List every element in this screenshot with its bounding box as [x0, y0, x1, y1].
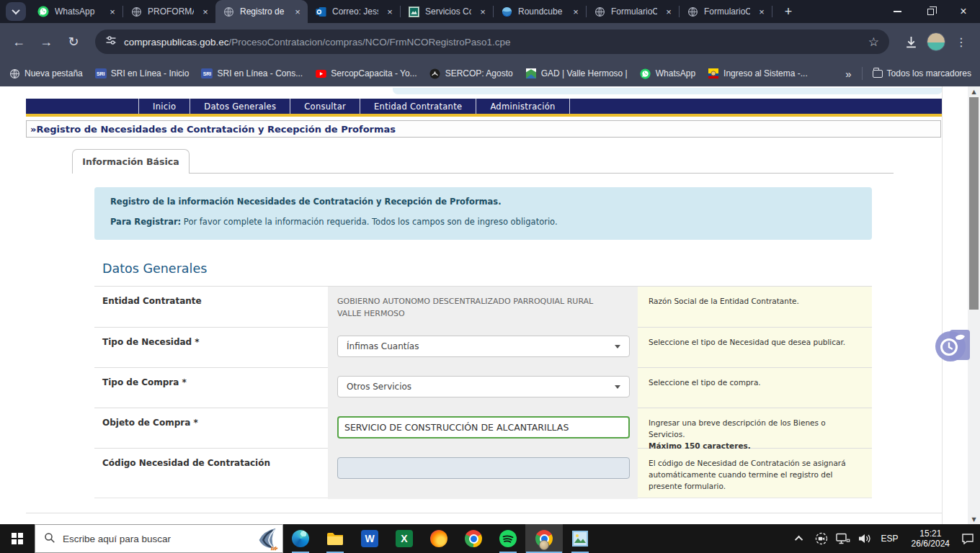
forward-button[interactable]: → — [35, 30, 58, 53]
close-icon[interactable]: × — [292, 6, 303, 17]
taskbar-photos[interactable] — [563, 524, 597, 553]
bookmark-ingreso-sistema[interactable]: Ingreso al Sistema -... — [708, 68, 808, 79]
network-button[interactable] — [835, 529, 851, 548]
photos-icon — [572, 531, 588, 547]
taskbar-edge[interactable] — [283, 524, 318, 553]
spotify-icon — [499, 530, 517, 547]
field-help: Seleccione el tipo de Necesidad que dese… — [638, 328, 872, 367]
taskbar-spotify[interactable] — [491, 524, 525, 553]
new-tab-button[interactable]: + — [778, 1, 798, 22]
tab-proforma[interactable]: PROFORMA × — [123, 0, 215, 23]
selected-option: Otros Servicios — [347, 382, 411, 392]
hidden-icons-button[interactable] — [792, 529, 808, 548]
downloads-button[interactable] — [899, 30, 922, 53]
bookmark-sercop-agosto[interactable]: SERCOP: Agosto — [429, 68, 513, 79]
taskbar-excel[interactable]: X — [387, 524, 422, 553]
tab-whatsapp[interactable]: WhatsApp × — [30, 0, 122, 23]
bookmark-gad-valle-hermoso[interactable]: GAD | Valle Hermoso | — [525, 68, 628, 79]
taskbar-clock[interactable]: 15:21 26/6/2024 — [907, 529, 954, 549]
tab-formulario-1[interactable]: FormularioC × — [587, 0, 679, 23]
bookmark-label: SRI en Línea - Inicio — [111, 68, 190, 78]
volume-button[interactable] — [857, 529, 873, 548]
taskbar-word[interactable]: W — [352, 524, 387, 553]
browser-toolbar: ← → ↻ compraspublicas.gob.ec/ProcesoCont… — [0, 23, 980, 60]
meet-now-button[interactable] — [814, 529, 829, 548]
taskbar-file-explorer[interactable] — [318, 524, 352, 553]
close-icon[interactable]: × — [477, 6, 489, 17]
menu-item-consultar[interactable]: Consultar — [290, 99, 360, 114]
close-icon[interactable]: × — [663, 6, 674, 17]
minimize-button[interactable] — [881, 0, 914, 23]
site-settings-icon[interactable] — [105, 35, 117, 49]
info-message-box: Registro de la información Necesidades d… — [94, 187, 872, 240]
info-line-2: Para Registrar: Por favor complete la in… — [110, 217, 872, 228]
divider — [862, 67, 863, 80]
tab-search-button[interactable] — [6, 2, 26, 21]
restore-button[interactable] — [914, 0, 947, 23]
close-icon[interactable]: × — [200, 6, 211, 17]
tab-roundcube[interactable]: Roundcube × — [494, 0, 586, 23]
start-button[interactable] — [0, 524, 35, 553]
bookmark-whatsapp[interactable]: WhatsApp — [640, 68, 695, 79]
profile-avatar[interactable] — [927, 32, 945, 51]
menu-kebab-button[interactable]: ⋮ — [950, 30, 973, 53]
field-help: El código de Necesidad de Contratación s… — [638, 449, 872, 498]
close-icon[interactable]: × — [107, 6, 118, 17]
language-indicator[interactable]: ESP — [878, 534, 901, 544]
tab-separator — [772, 6, 772, 17]
edge-icon — [292, 530, 309, 547]
menu-item-administracion[interactable]: Administración — [476, 99, 569, 114]
address-bar[interactable]: compraspublicas.gob.ec/ProcesoContrataci… — [95, 30, 889, 54]
menu-item-datos-generales[interactable]: Datos Generales — [190, 99, 290, 114]
bookmark-sri-consultas[interactable]: SRI SRI en Línea - Cons... — [201, 68, 303, 78]
action-center-button[interactable] — [960, 529, 976, 548]
bookmark-sercopcapacita[interactable]: SercopCapacita - Yo... — [315, 68, 416, 79]
close-icon[interactable]: × — [570, 6, 582, 17]
taskbar-search-box[interactable]: Escribe aquí para buscar — [35, 524, 283, 553]
tab-panel-border — [72, 173, 894, 174]
tab-informacion-basica[interactable]: Información Básica — [72, 149, 190, 174]
menu-item-entidad-contratante[interactable]: Entidad Contratante — [360, 99, 476, 114]
objeto-compra-input[interactable] — [337, 416, 630, 439]
tab-registro-active[interactable]: Registro de N × — [215, 0, 308, 23]
minimize-icon — [894, 11, 901, 12]
search-highlight-fish-image[interactable] — [254, 526, 281, 552]
tab-formulario-2[interactable]: FormularioC × — [680, 0, 772, 23]
tipo-necesidad-select[interactable]: Ínfimas Cuantías — [337, 336, 630, 357]
tab-correo[interactable]: Correo: Jessi × — [308, 0, 400, 23]
close-button[interactable]: × — [947, 0, 980, 23]
page-scrollbar[interactable]: ▲ ▼ — [968, 86, 980, 524]
scroll-down-arrow[interactable]: ▼ — [968, 514, 980, 524]
globe-icon — [9, 68, 20, 79]
all-bookmarks-button[interactable]: Todos los marcadores — [873, 68, 971, 78]
bookmark-sri-inicio[interactable]: SRI SRI en Línea - Inicio — [95, 68, 190, 78]
globe-icon — [223, 6, 234, 17]
bookmark-nueva-pestana[interactable]: Nueva pestaña — [9, 68, 83, 79]
ecuador-icon — [708, 68, 719, 79]
time-tracker-widget[interactable] — [934, 328, 970, 363]
field-help: Ingresar una breve descripción de los Bi… — [638, 408, 872, 448]
bookmarks-overflow-button[interactable]: » — [845, 68, 851, 80]
chevron-down-icon — [615, 385, 620, 389]
taskbar-chrome[interactable] — [456, 524, 491, 553]
taskbar-firefox[interactable] — [422, 524, 456, 553]
browser-tab-strip: WhatsApp × PROFORMA × Registro de N × Co… — [0, 0, 980, 23]
tab-label: Roundcube — [518, 6, 564, 17]
tab-label: FormularioC — [611, 6, 657, 17]
close-icon[interactable]: × — [384, 6, 396, 17]
tab-label: WhatsApp — [55, 6, 101, 17]
site-main-menu: Inicio Datos Generales Consultar Entidad… — [26, 99, 942, 114]
whatsapp-icon — [640, 68, 651, 79]
tab-servicios[interactable]: Servicios Co × — [401, 0, 493, 23]
close-icon[interactable]: × — [756, 6, 767, 17]
tipo-compra-select[interactable]: Otros Servicios — [337, 376, 630, 397]
scroll-up-arrow[interactable]: ▲ — [968, 86, 980, 96]
scrollbar-thumb[interactable] — [969, 97, 979, 310]
bookmark-star-icon[interactable]: ☆ — [868, 35, 879, 50]
reload-button[interactable]: ↻ — [62, 30, 85, 53]
firefox-icon — [430, 530, 447, 547]
menu-item-inicio[interactable]: Inicio — [139, 99, 190, 114]
taskbar-chrome-profile-active[interactable] — [525, 524, 563, 553]
bookmarks-bar: Nueva pestaña SRI SRI en Línea - Inicio … — [0, 60, 980, 86]
back-button[interactable]: ← — [7, 30, 30, 53]
